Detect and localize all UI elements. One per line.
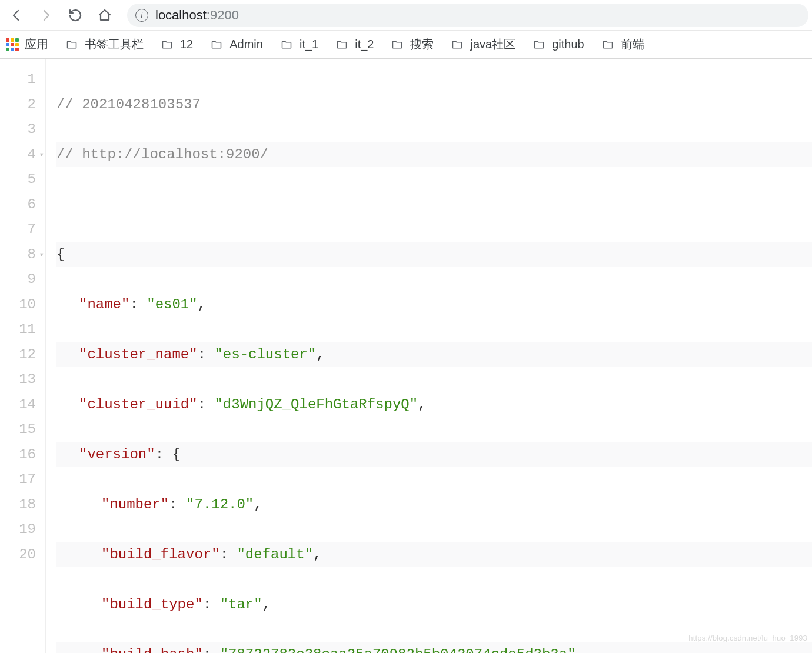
line-number: 8 [0,242,36,268]
line-number: 11 [0,317,36,342]
bookmark-label: it_2 [355,38,374,51]
folder-icon [279,39,294,51]
apps-label: 应用 [25,36,48,52]
line-number: 3 [0,117,36,142]
comment-line: // 20210428103537 [56,96,201,112]
line-number: 19 [0,517,36,542]
home-button[interactable] [92,2,118,28]
line-number: 14 [0,392,36,418]
browser-toolbar: i localhost:9200 [0,0,812,31]
bookmark-folder[interactable]: 前端 [601,36,644,52]
line-number: 15 [0,417,36,442]
bookmark-folder[interactable]: Admin [209,38,263,51]
line-number: 1 [0,67,36,92]
reload-button[interactable] [62,2,88,28]
bookmark-label: 前端 [621,36,644,52]
line-number: 18 [0,492,36,518]
code-area: // 20210428103537 // http://localhost:92… [46,59,812,653]
site-info-icon[interactable]: i [135,9,148,22]
line-number: 7 [0,217,36,242]
bookmark-label: java社区 [470,36,515,52]
json-viewer: 1234567891011121314151617181920 // 20210… [0,59,812,653]
line-number: 10 [0,292,36,318]
bookmark-folder[interactable]: java社区 [450,36,515,52]
bookmark-label: it_1 [299,38,318,51]
bookmark-folder[interactable]: github [532,38,584,51]
url-text: localhost:9200 [155,8,239,23]
line-number: 13 [0,367,36,392]
bookmark-folder[interactable]: 12 [160,38,193,51]
comment-line: // http://localhost:9200/ [56,146,268,162]
line-number: 12 [0,342,36,368]
folder-icon [601,39,615,51]
bookmark-label: 书签工具栏 [85,36,144,52]
bookmark-folder[interactable]: 书签工具栏 [65,36,144,52]
back-button[interactable] [4,2,29,28]
line-number: 2 [0,92,36,118]
line-gutter: 1234567891011121314151617181920 [0,59,46,653]
folder-icon [390,39,404,51]
folder-icon [335,39,349,51]
line-number: 6 [0,192,36,218]
bookmark-folder[interactable]: it_1 [279,38,318,51]
apps-shortcut[interactable]: 应用 [6,36,48,52]
bookmark-label: github [552,38,584,51]
forward-button[interactable] [33,2,59,28]
line-number: 4 [0,142,36,168]
bookmark-folder[interactable]: it_2 [335,38,374,51]
folder-icon [209,39,224,51]
bookmark-folder[interactable]: 搜索 [390,36,434,52]
line-number: 16 [0,442,36,468]
folder-icon [450,39,464,51]
brace: { [56,246,65,262]
bookmark-label: 12 [180,38,193,51]
folder-icon [532,39,546,51]
line-number: 17 [0,467,36,492]
watermark-text: https://blog.csdn.net/lu_huo_1993 [688,626,807,651]
line-number: 20 [0,542,36,568]
bookmark-label: 搜索 [410,36,434,52]
folder-icon [160,39,174,51]
omnibox[interactable]: i localhost:9200 [127,4,808,27]
bookmark-bar: 应用 书签工具栏12Adminit_1it_2搜索java社区github前端 [0,31,812,59]
apps-icon [6,38,19,51]
bookmark-label: Admin [229,38,263,51]
line-number: 9 [0,267,36,292]
line-number: 5 [0,167,36,192]
folder-icon [65,39,79,51]
